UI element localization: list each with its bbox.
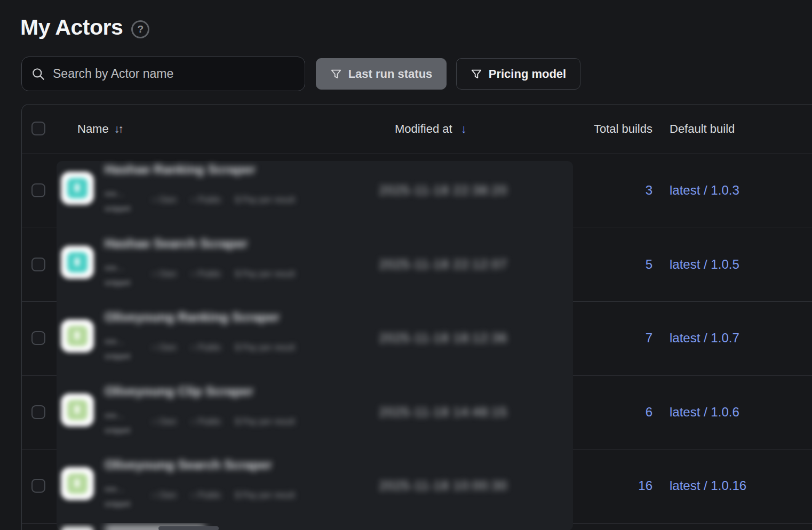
actor-badges-blurred: ○ Own○ Public$ Pay per result — [152, 269, 295, 279]
default-build-link[interactable]: latest / 1.0.16 — [670, 478, 746, 493]
actor-icon-blurred — [61, 319, 94, 352]
actor-badge-blurred: ○ Public — [190, 491, 221, 500]
actor-badge-blurred: ○ Public — [190, 417, 221, 427]
row-checkbox[interactable] — [31, 258, 45, 271]
table-row[interactable]: Oliveyoung Clip Scraper xxx… snippet ○ O… — [22, 375, 812, 449]
table-row[interactable]: Oliveyoung Ranking Scraper xxx… snippet … — [22, 301, 812, 375]
column-header-modified-at[interactable]: Modified at↓ — [395, 122, 467, 136]
page-header: My Actors ? — [20, 15, 149, 40]
row-checkbox[interactable] — [31, 479, 45, 493]
total-builds-value[interactable]: 6 — [561, 405, 652, 420]
modified-at-blurred: 2025-11-18 22:12:07 — [379, 257, 507, 271]
actor-handle-blurred: snippet — [105, 499, 130, 508]
partial-next-row — [22, 523, 812, 530]
actor-name-blurred: Oliveyoung Ranking Scraper — [105, 310, 280, 325]
actor-badge-blurred: ○ Public — [190, 269, 221, 279]
filter-label: Pricing model — [489, 67, 566, 81]
actor-owner-blurred: xxx… — [105, 189, 125, 198]
table-row[interactable]: Hashae Search Scraper xxx… snippet ○ Own… — [22, 228, 812, 302]
filter-label: Last run status — [348, 67, 433, 81]
column-header-default-build[interactable]: Default build — [670, 122, 735, 136]
actors-table: Name↓↑ Modified at↓ Total builds Default… — [21, 104, 812, 530]
select-all-checkbox[interactable] — [31, 122, 45, 135]
actor-name-blurred: Oliveyoung Search Scraper — [105, 457, 272, 472]
actor-badge-blurred: $ Pay per result — [235, 343, 295, 352]
actor-badge-blurred: ○ Own — [152, 417, 177, 427]
filter-funnel-icon — [330, 68, 342, 80]
actor-badges-blurred: ○ Own○ Public$ Pay per result — [152, 195, 295, 205]
actor-badges-blurred: ○ Own○ Public$ Pay per result — [152, 491, 295, 500]
column-header-name[interactable]: Name↓↑ — [77, 122, 122, 136]
actor-badge-blurred: ○ Own — [152, 343, 177, 352]
actor-icon-blurred — [61, 394, 94, 427]
modified-at-blurred: 2025-11-18 18:12:36 — [379, 331, 507, 346]
search-icon — [31, 67, 45, 81]
actor-icon-blurred — [61, 526, 94, 530]
default-build-link[interactable]: latest / 1.0.6 — [670, 405, 739, 420]
pricing-model-filter-button[interactable]: Pricing model — [456, 58, 580, 90]
my-actors-page: My Actors ? Last run status Pricing mode… — [0, 0, 812, 530]
actor-badges-blurred: ○ Own○ Public$ Pay per result — [152, 417, 295, 427]
actor-handle-blurred: snippet — [105, 278, 130, 287]
actor-icon-blurred — [61, 172, 94, 205]
modified-at-blurred: 2025-11-18 14:48:15 — [379, 405, 507, 419]
row-checkbox[interactable] — [31, 331, 45, 345]
filter-funnel-icon — [471, 68, 482, 80]
actor-handle-blurred: snippet — [105, 204, 130, 213]
row-checkbox[interactable] — [31, 405, 45, 419]
actor-badges-blurred: ○ Own○ Public$ Pay per result — [152, 343, 295, 352]
table-row[interactable]: Hashae Ranking Scraper xxx… snippet ○ Ow… — [22, 154, 812, 228]
actor-badge-blurred: ○ Own — [152, 269, 177, 279]
actor-badge-blurred: ○ Public — [190, 195, 221, 205]
column-header-total-builds[interactable]: Total builds — [561, 122, 652, 136]
total-builds-value[interactable]: 7 — [561, 331, 652, 346]
total-builds-value[interactable]: 3 — [561, 183, 652, 198]
actor-badge-blurred: ○ Own — [152, 195, 177, 205]
row-checkbox[interactable] — [31, 183, 45, 197]
sort-desc-icon: ↓ — [461, 122, 467, 135]
modified-at-blurred: 2025-11-18 10:00:30 — [379, 479, 507, 493]
actor-owner-blurred: xxx… — [105, 336, 125, 346]
default-build-link[interactable]: latest / 1.0.3 — [670, 183, 739, 198]
horizontal-scrollbar-thumb[interactable] — [158, 526, 219, 530]
total-builds-value[interactable]: 16 — [561, 478, 652, 493]
actor-owner-blurred: xxx… — [105, 411, 125, 420]
search-box[interactable] — [21, 57, 305, 91]
actor-badge-blurred: $ Pay per result — [235, 269, 295, 279]
actor-handle-blurred: snippet — [105, 351, 130, 360]
actor-icon-blurred — [61, 246, 94, 279]
actor-badge-blurred: ○ Own — [152, 491, 177, 500]
table-row[interactable]: Oliveyoung Search Scraper xxx… snippet ○… — [22, 449, 812, 523]
actor-owner-blurred: xxx… — [105, 484, 125, 493]
actor-owner-blurred: xxx… — [105, 263, 125, 272]
actor-handle-blurred: snippet — [105, 425, 130, 435]
table-header: Name↓↑ Modified at↓ Total builds Default… — [22, 105, 812, 154]
actor-badge-blurred: $ Pay per result — [235, 491, 295, 500]
default-build-link[interactable]: latest / 1.0.7 — [670, 331, 739, 346]
help-icon[interactable]: ? — [131, 20, 149, 38]
sort-both-icon: ↓↑ — [114, 123, 122, 135]
total-builds-value[interactable]: 5 — [561, 257, 652, 272]
page-title: My Actors — [20, 15, 123, 40]
actor-badge-blurred: $ Pay per result — [235, 195, 295, 205]
actor-name-blurred: Hashae Ranking Scraper — [105, 162, 256, 177]
search-input[interactable] — [53, 67, 295, 81]
last-run-status-filter-button[interactable]: Last run status — [316, 58, 447, 90]
modified-at-blurred: 2025-11-18 22:38:20 — [379, 183, 507, 198]
actor-icon-blurred — [61, 467, 94, 500]
actor-badge-blurred: ○ Public — [190, 343, 221, 352]
default-build-link[interactable]: latest / 1.0.5 — [670, 257, 739, 272]
actor-badge-blurred: $ Pay per result — [235, 417, 295, 427]
actor-name-blurred: Hashae Search Scraper — [105, 236, 248, 251]
actor-name-blurred: Oliveyoung Clip Scraper — [105, 384, 253, 399]
